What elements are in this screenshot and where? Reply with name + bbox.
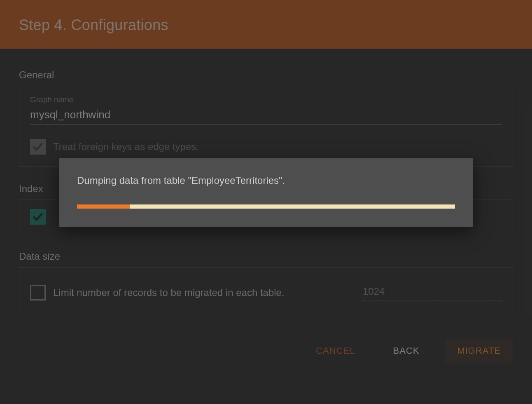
progress-bar: [77, 204, 455, 209]
modal-overlay: Dumping data from table "EmployeeTerrito…: [0, 0, 532, 404]
progress-message: Dumping data from table "EmployeeTerrito…: [77, 175, 455, 186]
progress-fill: [77, 204, 130, 209]
progress-dialog: Dumping data from table "EmployeeTerrito…: [59, 158, 473, 227]
